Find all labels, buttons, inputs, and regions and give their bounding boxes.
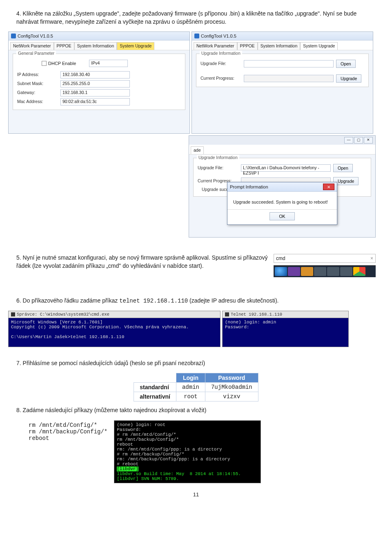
- head-login: Login: [176, 373, 205, 383]
- cmd-title: Správce: C:\Windows\system32\cmd.exe: [17, 312, 109, 317]
- dhcp-checkbox[interactable]: [42, 61, 47, 66]
- gateway-input[interactable]: 192.168.30.1: [60, 89, 130, 96]
- step-4: 4. Klikněte na záložku „System upgrade",…: [16, 10, 376, 26]
- tabs: NetWork Parameter PPPOE System Informati…: [192, 40, 373, 50]
- telnet-session-window: (none) login: root Password: # rm /mnt/m…: [114, 420, 261, 483]
- step-8-text: Zadáme následující příkazy (můžeme takto…: [23, 407, 207, 413]
- dialog-ok-button[interactable]: OK: [270, 212, 294, 220]
- step-7-text: Přihlásíme se pomocí následujících údajů…: [23, 360, 205, 366]
- maximize-icon[interactable]: ▢: [354, 137, 363, 144]
- general-parameter-group: General Parameter DHCP Enable IPv4 IP Ad…: [13, 54, 185, 110]
- ip-input[interactable]: 192.168.30.40: [60, 71, 130, 78]
- telnet-green-line: [libdvr] SVN NUM: 5789.: [117, 476, 179, 481]
- search-value: cmd: [276, 256, 285, 261]
- configtool-right-window: ConfigTool V1.0.5 NetWork Parameter PPPO…: [192, 31, 373, 134]
- start-search-widget: cmd ×: [274, 254, 376, 277]
- step-7-number: 7.: [16, 360, 21, 366]
- command-line: reboot: [29, 435, 107, 442]
- configtool-success-row: — ▢ ✕ ade Upgrade Information Upgrade Fi…: [8, 135, 376, 238]
- dialog-close-icon[interactable]: ✕: [323, 184, 334, 190]
- configtool-success-window: — ▢ ✕ ade Upgrade Information Upgrade Fi…: [189, 135, 376, 238]
- upgrade-file-label: Upgrade File:: [200, 61, 241, 67]
- tab-network-parameter[interactable]: NetWork Parameter: [10, 42, 54, 50]
- tab-system-information[interactable]: System Information: [74, 42, 117, 50]
- tab-pppoe[interactable]: PPPOE: [54, 42, 74, 50]
- group-legend: Upgrade Information: [200, 51, 242, 56]
- tab-fragment[interactable]: ade: [191, 146, 204, 154]
- dialog-titlebar: Prompt Information ✕: [227, 182, 337, 192]
- row-password: 7ujMko0admin: [205, 383, 258, 392]
- start-search-input[interactable]: cmd ×: [274, 254, 376, 263]
- step-4-number: 4.: [16, 10, 21, 17]
- progress-bar: [244, 75, 334, 82]
- upgrade-file-input[interactable]: [244, 60, 334, 67]
- app-icon: [194, 34, 199, 38]
- taskbar-icon[interactable]: [301, 267, 313, 276]
- cmd-body[interactable]: (none) login: admin Password:: [223, 318, 348, 347]
- telnet-output: (none) login: root Password: # rm /mnt/m…: [117, 422, 230, 467]
- minimize-icon[interactable]: —: [344, 137, 353, 144]
- group-legend: Upgrade Information: [197, 155, 239, 161]
- start-button-icon[interactable]: [275, 267, 287, 276]
- tab-system-upgrade[interactable]: System Upgrade: [117, 42, 154, 50]
- tabs-suffix: ade: [189, 145, 375, 155]
- ip-label: IP Address:: [17, 72, 58, 78]
- tab-pppoe[interactable]: PPPOE: [237, 42, 258, 50]
- telnet-green-line: [libdvr]: [117, 467, 138, 471]
- telnet-body[interactable]: (none) login: root Password: # rm /mnt/m…: [114, 421, 261, 483]
- taskbar-icon[interactable]: [288, 267, 300, 276]
- window-title: ConfigTool V1.0.5: [201, 33, 236, 39]
- upgrade-file-input[interactable]: L:\XtendLan i Dahua-Domovni telefony - E…: [241, 164, 331, 172]
- tabs: NetWork Parameter PPPOE System Informati…: [9, 40, 189, 50]
- command-line: rm /mnt/backup/Config/*: [29, 428, 107, 435]
- configtool-windows-row: ConfigTool V1.0.5 NetWork Parameter PPPO…: [8, 31, 376, 134]
- taskbar: [274, 265, 376, 277]
- cmd-window-left: Správce: C:\Windows\system32\cmd.exe Mic…: [8, 311, 220, 347]
- telnet-green-line: libdvr.so Build time: May 8 2014 at 18:1…: [117, 471, 241, 476]
- step-6-text-post: (zadejte IP adresu dle skutečnosti).: [188, 297, 278, 304]
- cmd-titlebar: Správce: C:\Windows\system32\cmd.exe: [9, 311, 220, 318]
- tab-network-parameter[interactable]: NetWork Parameter: [194, 42, 237, 50]
- telnet-command: telnet 192.168.1.110: [119, 298, 188, 304]
- cmd-body[interactable]: Microsoft Windows [Verze 6.1.7601] Copyr…: [9, 318, 220, 347]
- taskbar-icon[interactable]: [340, 267, 352, 276]
- head-password: Password: [205, 373, 258, 383]
- chrome-icon[interactable]: [353, 267, 365, 276]
- cmd-icon: [225, 312, 229, 316]
- clear-search-icon[interactable]: ×: [370, 256, 373, 261]
- step-5: cmd × 5. Nyní je nutné smazat konfigurac…: [16, 254, 376, 280]
- upgrade-button[interactable]: Upgrade: [336, 74, 361, 83]
- upgrade-file-label: Upgrade File:: [198, 165, 238, 171]
- dialog-message: Upgrade succeeded. System is going to re…: [227, 192, 337, 209]
- dhcp-label: DHCP Enable: [48, 61, 76, 66]
- taskbar-icon[interactable]: [314, 267, 326, 276]
- upgrade-information-group: Upgrade Information Upgrade File: Open C…: [196, 54, 369, 87]
- configtool-left-window: ConfigTool V1.0.5 NetWork Parameter PPPO…: [8, 31, 190, 134]
- page-number: 11: [16, 491, 376, 498]
- close-icon[interactable]: ✕: [364, 137, 373, 144]
- step-6-text-pre: Do příkazového řádku zadáme příkaz: [23, 297, 120, 304]
- cmd-icon: [11, 312, 15, 316]
- step-6: 6. Do příkazového řádku zadáme příkaz te…: [16, 297, 376, 305]
- ip-version-select[interactable]: IPv4: [89, 60, 128, 67]
- step-8: 8. Zadáme následující příkazy (můžeme ta…: [16, 406, 376, 415]
- open-button[interactable]: Open: [333, 164, 353, 172]
- table-corner-cell: [134, 373, 176, 383]
- step-4-text: Klikněte na záložku „System upgrade", za…: [16, 10, 356, 25]
- window-control-buttons: — ▢ ✕: [189, 136, 375, 145]
- dialog-title: Prompt Information: [230, 184, 268, 190]
- row-login: root: [176, 392, 205, 401]
- open-button[interactable]: Open: [336, 60, 356, 68]
- table-row: alternativní root vizxv: [134, 392, 258, 401]
- tab-system-upgrade[interactable]: System Upgrade: [300, 42, 338, 50]
- tab-system-information[interactable]: System Information: [258, 42, 300, 50]
- mask-input[interactable]: 255.255.255.0: [60, 80, 130, 87]
- step-5-text: Nyní je nutné smazat konfiguraci, aby se…: [16, 254, 268, 269]
- step-7: 7. Přihlásíme se pomocí následujících úd…: [16, 359, 376, 368]
- taskbar-icon[interactable]: [327, 267, 339, 276]
- app-icon: [11, 34, 16, 38]
- window-title: ConfigTool V1.0.5: [18, 33, 53, 39]
- mac-input[interactable]: 90:02:a9:da:51:3c: [60, 98, 130, 105]
- window-titlebar: ConfigTool V1.0.5: [192, 32, 373, 40]
- step-8-number: 8.: [16, 407, 21, 413]
